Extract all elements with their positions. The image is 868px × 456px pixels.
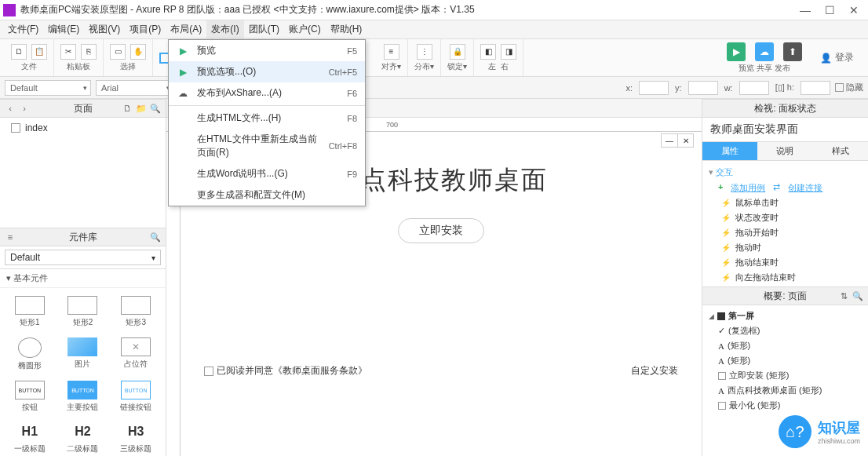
widget-h[interactable]: H2二级标题 [58,419,108,456]
menu-item[interactable]: 生成HTML文件...(H)F8 [169,108,365,129]
align-icon[interactable]: ≡ [384,44,399,60]
widget-btn[interactable]: BUTTON按钮 [5,378,55,416]
widget-circle[interactable]: 椭圆形 [5,334,55,374]
preview-button[interactable]: ▶ [727,42,746,61]
group-left-icon[interactable]: ◧ [480,44,496,60]
lib-search-icon[interactable]: 🔍 [150,232,161,243]
library-header: ≡ 元件库 🔍 [0,228,166,246]
outline-item[interactable]: 立即安装 (矩形) [707,368,863,383]
widget-img[interactable]: 图片 [58,334,108,374]
menu-item[interactable]: 在HTML文件中重新生成当前页面(R)Ctrl+F8 [169,129,365,163]
bolt-icon: ⚡ [721,258,731,267]
add-page-icon[interactable]: 🗋 [122,103,133,114]
file-icon[interactable]: 🗋 [11,44,27,60]
group-right-icon[interactable]: ◨ [501,44,516,60]
menu-item[interactable]: ▶预览选项...(O)Ctrl+F5 [169,61,365,82]
inspector-tab[interactable]: 样式 [813,142,868,161]
menu-item[interactable]: ☁发布到AxShare...(A)F6 [169,82,365,104]
inspector-tab[interactable]: 说明 [757,142,812,161]
menu-item[interactable]: ▶预览F5 [169,40,365,61]
event-row[interactable]: ⚡向左拖动结束时 [709,270,862,285]
agree-row[interactable]: 已阅读并同意《教师桌面服务条款》 [204,364,367,378]
menu-3[interactable]: 项目(P) [125,20,166,38]
prev-page-icon[interactable]: ‹ [5,103,16,114]
hidden-checkbox[interactable]: 隐藏 [835,82,863,93]
next-page-icon[interactable]: › [19,103,30,114]
library-category[interactable]: 基本元件 [0,269,166,288]
menu-item[interactable]: 生成Word说明书...(G)F9 [169,163,365,184]
login-link[interactable]: 👤 登录 [811,51,863,64]
menu-2[interactable]: 视图(V) [84,20,125,38]
y-input[interactable] [688,81,718,95]
custom-install-link[interactable]: 自定义安装 [631,364,678,378]
w-input[interactable] [739,81,769,95]
menu-1[interactable]: 编辑(E) [43,20,84,38]
install-button[interactable]: 立即安装 [398,218,484,243]
interaction-section[interactable]: 交互 [709,164,862,181]
close-button[interactable]: ✕ [849,4,859,16]
menu-5[interactable]: 发布(I) [206,20,243,38]
menu-4[interactable]: 布局(A) [166,20,206,38]
event-row[interactable]: ⚡拖动结束时 [709,255,862,270]
h-input[interactable] [801,81,830,95]
widget-rect[interactable]: 矩形1 [5,293,55,331]
outline-sort-icon[interactable]: ⇅ [838,290,849,301]
library-selector[interactable]: Default [5,250,161,265]
create-link[interactable]: 创建连接 [788,182,822,194]
bolt-icon: ⚡ [721,228,731,237]
widget-btn-pri[interactable]: BUTTON主要按钮 [58,378,108,416]
widget-h[interactable]: H1一级标题 [5,419,55,456]
add-case-icon[interactable]: + [718,182,723,194]
search-icon[interactable]: 🔍 [150,103,161,114]
outline-item[interactable]: ✓ (复选框) [707,323,863,338]
lock-icon[interactable]: 🔒 [450,44,465,60]
copy-icon[interactable]: ⎘ [81,44,97,60]
inspector-tab[interactable]: 属性 [702,142,757,161]
publish-menu: ▶预览F5▶预览选项...(O)Ctrl+F5☁发布到AxShare...(A)… [168,39,366,206]
menu-6[interactable]: 团队(T) [244,20,284,38]
page-item[interactable]: index [3,121,162,135]
event-row[interactable]: ⚡鼠标单击时 [709,195,862,210]
widget-rect-fill[interactable]: 矩形2 [58,293,108,331]
lib-menu-icon[interactable]: ≡ [5,232,16,243]
canvas-close-icon[interactable]: ✕ [677,134,693,147]
bolt-icon: ⚡ [721,213,731,222]
add-case-link[interactable]: 添加用例 [731,182,765,194]
x-input[interactable] [639,81,669,95]
font-select[interactable]: Arial [96,80,174,96]
maximize-button[interactable]: ☐ [825,4,835,16]
event-row[interactable]: ⚡拖动开始时 [709,225,862,240]
outline-root[interactable]: ◢ 第一屏 [707,308,863,323]
menu-7[interactable]: 账户(C) [284,20,326,38]
outline-item[interactable]: A (矩形) [707,338,863,353]
menu-8[interactable]: 帮助(H) [326,20,367,38]
outline-item[interactable]: A (矩形) [707,353,863,368]
outline-item[interactable]: A 西点科技教师桌面 (矩形) [707,383,863,398]
outline-header: 概要: 页面 ⇅🔍 [702,286,868,305]
agree-checkbox[interactable] [204,367,213,376]
bolt-icon: ⚡ [721,243,731,252]
event-row[interactable]: ⚡状态改变时 [709,210,862,225]
hand-icon[interactable]: ✋ [130,44,146,60]
cut-icon[interactable]: ✂ [60,44,76,60]
event-row[interactable]: ⚡拖动时 [709,240,862,255]
publish-button[interactable]: ⬆ [783,42,802,61]
widget-btn-lnk[interactable]: BUTTON链接按钮 [111,378,161,416]
canvas-window-controls: — ✕ [661,133,694,148]
menu-item[interactable]: 更多生成器和配置文件(M) [169,184,365,206]
minimize-button[interactable]: — [800,4,811,16]
share-button[interactable]: ☁ [755,42,774,61]
menu-0[interactable]: 文件(F) [3,20,43,38]
distribute-icon[interactable]: ⋮ [417,44,432,60]
outline-item[interactable]: 最小化 (矩形) [707,398,863,413]
widget-ph[interactable]: 占位符 [111,334,161,374]
style-select[interactable]: Default [5,80,91,96]
add-folder-icon[interactable]: 📁 [136,103,147,114]
outline-search-icon[interactable]: 🔍 [852,290,863,301]
canvas-title-text[interactable]: 西点科技教师桌面 [334,163,548,198]
widget-h[interactable]: H3三级标题 [111,419,161,456]
select-icon[interactable]: ▭ [110,44,126,60]
canvas-min-icon[interactable]: — [662,134,677,147]
paste-icon[interactable]: 📋 [31,44,47,60]
widget-rect-grey[interactable]: 矩形3 [111,293,161,331]
